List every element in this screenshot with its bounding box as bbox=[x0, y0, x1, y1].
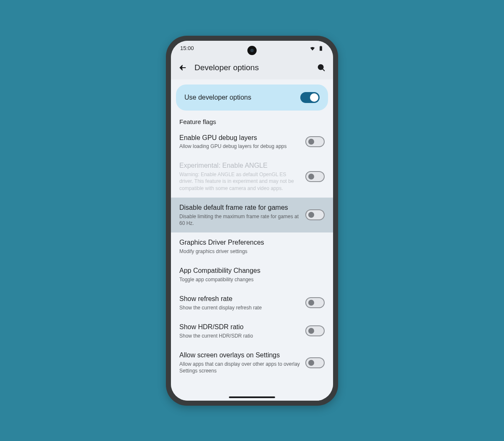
setting-text: Show HDR/SDR ratioShow the current HDR/S… bbox=[179, 323, 300, 339]
setting-subtitle: Show the current HDR/SDR ratio bbox=[179, 333, 300, 339]
setting-title: Experimental: Enable ANGLE bbox=[179, 161, 300, 170]
setting-row[interactable]: Disable default frame rate for gamesDisa… bbox=[171, 198, 333, 232]
setting-title: Show refresh rate bbox=[179, 295, 300, 304]
master-toggle[interactable] bbox=[300, 92, 320, 103]
setting-toggle[interactable] bbox=[305, 297, 325, 308]
status-icons bbox=[310, 45, 324, 51]
setting-title: Allow screen overlays on Settings bbox=[179, 351, 300, 360]
setting-text: Disable default frame rate for gamesDisa… bbox=[179, 203, 300, 227]
search-button[interactable] bbox=[313, 59, 330, 76]
home-indicator[interactable] bbox=[229, 396, 275, 398]
setting-toggle[interactable] bbox=[305, 325, 325, 336]
setting-subtitle: Disable limiting the maximum frame rate … bbox=[179, 213, 300, 227]
setting-subtitle: Allow apps that can display over other a… bbox=[179, 361, 300, 374]
setting-subtitle: Show the current display refresh rate bbox=[179, 304, 300, 311]
phone-frame: 15:00 Developer options Use developer op… bbox=[166, 36, 338, 406]
master-toggle-label: Use developer options bbox=[184, 94, 251, 101]
setting-text: Show refresh rateShow the current displa… bbox=[179, 295, 300, 311]
phone-screen: 15:00 Developer options Use developer op… bbox=[171, 41, 333, 401]
page-title: Developer options bbox=[193, 63, 311, 72]
settings-list: Enable GPU debug layersAllow loading GPU… bbox=[171, 128, 333, 380]
setting-title: Disable default frame rate for games bbox=[179, 203, 300, 212]
setting-title: App Compatibility Changes bbox=[179, 267, 325, 275]
setting-row[interactable]: Graphics Driver PreferencesModify graphi… bbox=[171, 232, 333, 261]
front-camera bbox=[247, 46, 257, 55]
setting-subtitle: Warning: Enable ANGLE as default OpenGL … bbox=[179, 171, 300, 192]
setting-text: Experimental: Enable ANGLEWarning: Enabl… bbox=[179, 161, 300, 191]
setting-toggle[interactable] bbox=[305, 357, 325, 368]
settings-content: Use developer options Feature flags Enab… bbox=[171, 79, 333, 401]
setting-text: App Compatibility ChangesToggle app comp… bbox=[179, 267, 325, 283]
setting-subtitle: Toggle app compatibility changes bbox=[179, 276, 325, 283]
setting-toggle[interactable] bbox=[305, 209, 325, 220]
back-button[interactable] bbox=[174, 59, 191, 76]
setting-text: Graphics Driver PreferencesModify graphi… bbox=[179, 238, 325, 255]
status-time: 15:00 bbox=[180, 45, 194, 51]
setting-row: Experimental: Enable ANGLEWarning: Enabl… bbox=[171, 156, 333, 197]
wifi-icon bbox=[310, 45, 315, 51]
setting-row[interactable]: Show refresh rateShow the current displa… bbox=[171, 289, 333, 317]
section-header: Feature flags bbox=[171, 111, 333, 128]
setting-subtitle: Allow loading GPU debug layers for debug… bbox=[179, 143, 300, 150]
setting-row[interactable]: Show HDR/SDR ratioShow the current HDR/S… bbox=[171, 317, 333, 345]
back-arrow-icon bbox=[178, 63, 187, 72]
setting-toggle[interactable] bbox=[305, 136, 325, 147]
app-bar: Developer options bbox=[171, 56, 333, 79]
setting-row[interactable]: App Compatibility ChangesToggle app comp… bbox=[171, 261, 333, 289]
setting-title: Enable GPU debug layers bbox=[179, 134, 300, 143]
setting-toggle bbox=[305, 171, 325, 182]
setting-row[interactable]: Allow screen overlays on SettingsAllow a… bbox=[171, 345, 333, 380]
setting-text: Allow screen overlays on SettingsAllow a… bbox=[179, 351, 300, 374]
master-toggle-card[interactable]: Use developer options bbox=[176, 85, 328, 111]
setting-subtitle: Modify graphics driver settings bbox=[179, 248, 325, 255]
setting-text: Enable GPU debug layersAllow loading GPU… bbox=[179, 134, 300, 150]
setting-title: Show HDR/SDR ratio bbox=[179, 323, 300, 332]
setting-row[interactable]: Enable GPU debug layersAllow loading GPU… bbox=[171, 128, 333, 156]
battery-icon bbox=[318, 45, 324, 51]
search-icon bbox=[317, 63, 326, 72]
setting-title: Graphics Driver Preferences bbox=[179, 238, 325, 247]
